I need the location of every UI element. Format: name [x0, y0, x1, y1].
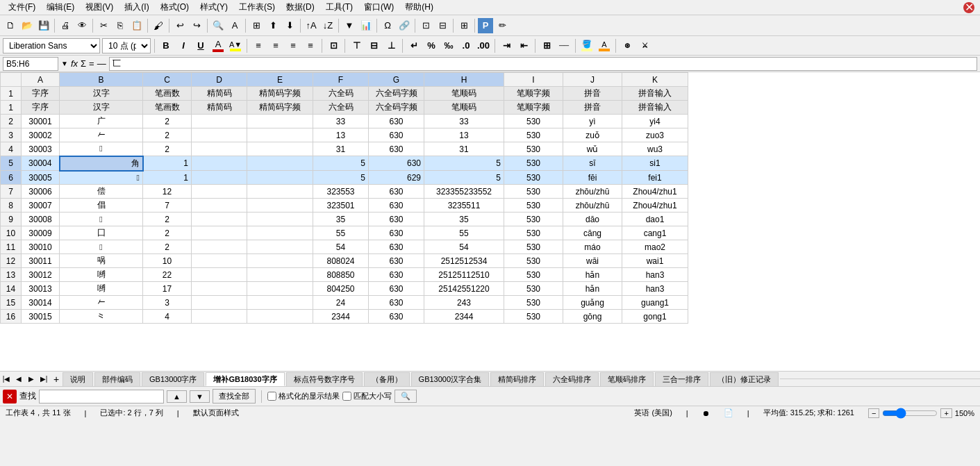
redo-btn[interactable]: ↪	[189, 18, 204, 33]
font-color-btn[interactable]: A	[210, 39, 226, 52]
bg-color2-btn[interactable]: A	[597, 40, 612, 51]
header-G[interactable]: 六全码字频	[369, 87, 424, 101]
valign-mid-btn[interactable]: ⊟	[366, 38, 381, 53]
undo-btn[interactable]: ↩	[172, 18, 188, 33]
header-E[interactable]: 精简码字频	[247, 87, 313, 101]
border-btn[interactable]: ⊞	[539, 38, 554, 53]
bold-btn[interactable]: B	[158, 38, 174, 53]
header-B[interactable]: 汉字	[60, 87, 143, 101]
formatted-results-check[interactable]: 格式化的显示结果	[267, 391, 340, 401]
prev-match-btn[interactable]: ▲	[167, 390, 187, 403]
header-H[interactable]: 笔顺码	[424, 87, 504, 101]
header-J[interactable]: 拼音	[563, 87, 622, 101]
print-btn[interactable]: 🖨	[58, 18, 73, 33]
find-btn[interactable]: 🔍	[210, 18, 226, 33]
col-header-k[interactable]: K	[622, 73, 688, 87]
menu-data[interactable]: 数据(D)	[281, 0, 320, 15]
col-header-a[interactable]: A	[22, 73, 60, 87]
header2-H[interactable]: 笔顺码	[424, 101, 504, 115]
tab-nav-first[interactable]: |◀	[0, 373, 13, 385]
format-paint-btn[interactable]: 🖌	[151, 18, 166, 33]
styles-btn[interactable]: P	[478, 18, 493, 33]
col-header-j[interactable]: J	[563, 73, 622, 87]
sheet-tab-4[interactable]: 标点符号数字序号	[286, 372, 363, 386]
sheet-tab-5[interactable]: （备用）	[364, 372, 410, 386]
justify-btn[interactable]: ≡	[303, 38, 318, 53]
sort-desc-btn[interactable]: ↓Z	[320, 18, 335, 33]
menu-help[interactable]: 帮助(H)	[399, 0, 439, 15]
menu-file[interactable]: 文件(F)	[3, 0, 41, 15]
header-K[interactable]: 拼音输入	[622, 87, 688, 101]
menu-tools[interactable]: 工具(T)	[320, 0, 358, 15]
header-A[interactable]: 字序	[22, 87, 60, 101]
sheet-tab-6[interactable]: GB13000汉字合集	[411, 372, 489, 386]
dropdown-arrow[interactable]: ▼	[61, 60, 68, 67]
function-icon[interactable]: fx	[71, 58, 78, 69]
menu-format[interactable]: 格式(O)	[155, 0, 194, 15]
zoom-slider[interactable]	[882, 410, 938, 417]
align-center-btn[interactable]: ≡	[268, 38, 283, 53]
freeze-rows-btn[interactable]: ⊡	[418, 18, 433, 33]
formatted-check-input[interactable]	[267, 392, 276, 401]
header2-F[interactable]: 六全码	[313, 101, 369, 115]
borders-btn[interactable]: ⊞	[456, 18, 472, 33]
size-select[interactable]: 10 点 (pt)	[102, 38, 151, 53]
col-header-b[interactable]: B	[60, 73, 143, 87]
merge-btn[interactable]: ⊡	[326, 38, 341, 53]
sheet-tab-7[interactable]: 精简码排序	[490, 372, 544, 386]
conditional-format-btn[interactable]: ⊛	[620, 38, 635, 53]
next-match-btn[interactable]: ▼	[190, 390, 210, 403]
autofilter-btn[interactable]: ▼	[342, 18, 357, 33]
header2-I[interactable]: 笔顺字频	[504, 101, 563, 115]
sum-icon[interactable]: Σ	[81, 58, 86, 69]
sheet-tab-3[interactable]: 增补GB18030字序	[206, 372, 284, 386]
currency-btn[interactable]: .00	[476, 38, 491, 53]
sheet-tab-0[interactable]: 说明	[63, 372, 93, 386]
paste-btn[interactable]: 📋	[129, 18, 144, 33]
find-close-btn[interactable]: ✕	[3, 390, 17, 403]
tab-nav-prev[interactable]: ◀	[13, 373, 25, 385]
decrease-indent-btn[interactable]: ⇤	[516, 38, 531, 53]
col-header-e[interactable]: E	[247, 73, 313, 87]
header2-A[interactable]: 字序	[22, 101, 60, 115]
insert-row-btn[interactable]: ⬇	[282, 18, 297, 33]
col-header-i[interactable]: I	[504, 73, 563, 87]
col-header-h[interactable]: H	[424, 73, 504, 87]
find-all-btn[interactable]: 查找全部	[213, 389, 256, 403]
header2-D[interactable]: 精简码	[192, 101, 247, 115]
italic-btn[interactable]: I	[176, 38, 191, 53]
num-inc-dec-btn[interactable]: .0	[458, 38, 474, 53]
open-btn[interactable]: 📂	[19, 18, 35, 33]
preview-btn[interactable]: 👁	[74, 18, 90, 33]
header2-E[interactable]: 精简码字频	[247, 101, 313, 115]
num-format-btn[interactable]: %	[424, 38, 439, 53]
chart-btn[interactable]: 📊	[358, 18, 374, 33]
tab-add-btn[interactable]: +	[50, 373, 63, 385]
sheet-tab-10[interactable]: 三合一排序	[655, 372, 708, 386]
header2-G[interactable]: 六全码字频	[369, 101, 424, 115]
formula-input[interactable]	[109, 57, 977, 71]
align-left-btn[interactable]: ≡	[251, 38, 266, 53]
tab-nav-next[interactable]: ▶	[25, 373, 38, 385]
col-header-d[interactable]: D	[192, 73, 247, 87]
draw-btn[interactable]: ✏	[495, 18, 510, 33]
col-header-f[interactable]: F	[313, 73, 369, 87]
header-I[interactable]: 笔顺字频	[504, 87, 563, 101]
menu-style[interactable]: 样式(Y)	[194, 0, 233, 15]
sheet-tab-11[interactable]: （旧）修正记录	[710, 372, 779, 386]
sheet-tab-8[interactable]: 六全码排序	[545, 372, 599, 386]
menu-insert[interactable]: 插入(I)	[119, 0, 154, 15]
col-header-c[interactable]: C	[143, 73, 192, 87]
cut-btn[interactable]: ✂	[96, 18, 111, 33]
insert-table-btn[interactable]: ⊞	[249, 18, 264, 33]
header-D[interactable]: 精简码	[192, 87, 247, 101]
bg-color-btn[interactable]: 🪣	[579, 40, 595, 51]
close-window-btn[interactable]: ✕	[963, 2, 974, 13]
col-header-g[interactable]: G	[369, 73, 424, 87]
hyperlink-btn[interactable]: 🔗	[397, 18, 412, 33]
sheet-tab-2[interactable]: GB13000字序	[142, 372, 204, 386]
align-right-btn[interactable]: ≡	[285, 38, 301, 53]
font-select[interactable]: Liberation Sans	[3, 38, 100, 53]
tab-nav-last[interactable]: ▶|	[38, 373, 50, 385]
valign-bot-btn[interactable]: ⊥	[383, 38, 399, 53]
